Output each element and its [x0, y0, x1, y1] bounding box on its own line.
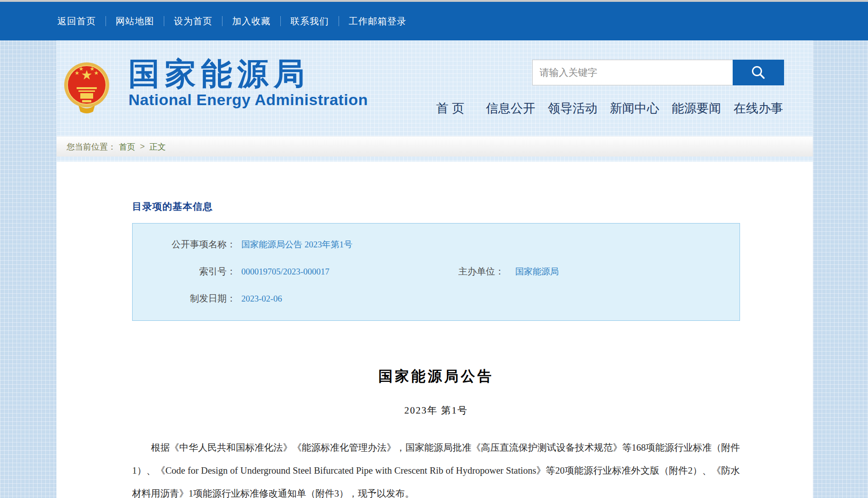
nav-item-energy-news[interactable]: 能源要闻: [672, 100, 721, 117]
breadcrumb: 您当前位置： 首页 > 正文: [56, 136, 813, 157]
search-box: [532, 60, 784, 85]
main-navigation: 首 页 信息公开 领导活动 新闻中心 能源要闻 在线办事: [436, 100, 783, 117]
search-input[interactable]: [532, 60, 733, 85]
article-subtitle: 2023年 第1号: [132, 404, 740, 417]
section-title: 目录项的基本信息: [132, 200, 796, 213]
org-value: 国家能源局: [504, 266, 559, 278]
date-label: 制发日期：: [133, 292, 236, 305]
org-label: 主办单位：: [451, 265, 504, 278]
site-header: ★ ★ ★ ★ ★ 国家能源局 National Energy Administ…: [0, 40, 868, 135]
search-button[interactable]: [733, 60, 784, 85]
search-icon: [751, 65, 766, 80]
announcement-article: 国家能源局公告 2023年 第1号 根据《中华人民共和国标准化法》《能源标准化管…: [132, 367, 740, 498]
site-title-en: National Energy Administration: [128, 91, 368, 109]
topbar-link-favorite[interactable]: 加入收藏: [223, 15, 280, 28]
info-row-date: 制发日期： 2023-02-06: [133, 285, 740, 312]
topbar-link-contact[interactable]: 联系我们: [281, 15, 339, 28]
site-brand: 国家能源局 National Energy Administration: [128, 57, 368, 109]
article-paragraph: 根据《中华人民共和国标准化法》《能源标准化管理办法》，国家能源局批准《高压直流保…: [132, 436, 740, 498]
svg-text:★: ★: [94, 70, 99, 76]
name-label: 公开事项名称：: [133, 238, 236, 251]
date-value: 2023-02-06: [236, 294, 282, 304]
national-emblem-icon: ★ ★ ★ ★ ★: [63, 61, 110, 115]
site-title-cn: 国家能源局: [128, 57, 368, 90]
content-sheet: 目录项的基本信息 公开事项名称： 国家能源局公告 2023年第1号 索引号： 0…: [56, 162, 813, 498]
index-label: 索引号：: [133, 265, 236, 278]
nav-item-news-center[interactable]: 新闻中心: [610, 100, 659, 117]
nav-item-leadership[interactable]: 领导活动: [548, 100, 597, 117]
breadcrumb-label: 您当前位置：: [67, 141, 116, 152]
nav-item-home[interactable]: 首 页: [436, 100, 464, 117]
breadcrumb-current-link[interactable]: 正文: [150, 141, 166, 152]
article-title: 国家能源局公告: [132, 367, 740, 386]
svg-text:★: ★: [79, 66, 84, 72]
catalog-info-box: 公开事项名称： 国家能源局公告 2023年第1号 索引号： 000019705/…: [132, 223, 740, 321]
index-value: 000019705/2023-000017: [236, 267, 451, 277]
utility-topbar: 返回首页 网站地图 设为首页 加入收藏 联系我们 工作邮箱登录: [0, 2, 868, 40]
topbar-link-set-homepage[interactable]: 设为首页: [164, 15, 222, 28]
nav-item-online-services[interactable]: 在线办事: [734, 100, 783, 117]
info-row-name: 公开事项名称： 国家能源局公告 2023年第1号: [133, 231, 740, 258]
breadcrumb-separator: >: [140, 142, 145, 151]
topbar-link-home[interactable]: 返回首页: [57, 15, 106, 28]
breadcrumb-home-link[interactable]: 首页: [119, 141, 135, 152]
name-value: 国家能源局公告 2023年第1号: [236, 239, 352, 251]
topbar-link-sitemap[interactable]: 网站地图: [106, 15, 164, 28]
nav-item-info-disclosure[interactable]: 信息公开: [486, 100, 535, 117]
info-row-index-org: 索引号： 000019705/2023-000017 主办单位： 国家能源局: [133, 258, 740, 285]
topbar-link-webmail-login[interactable]: 工作邮箱登录: [339, 15, 416, 28]
